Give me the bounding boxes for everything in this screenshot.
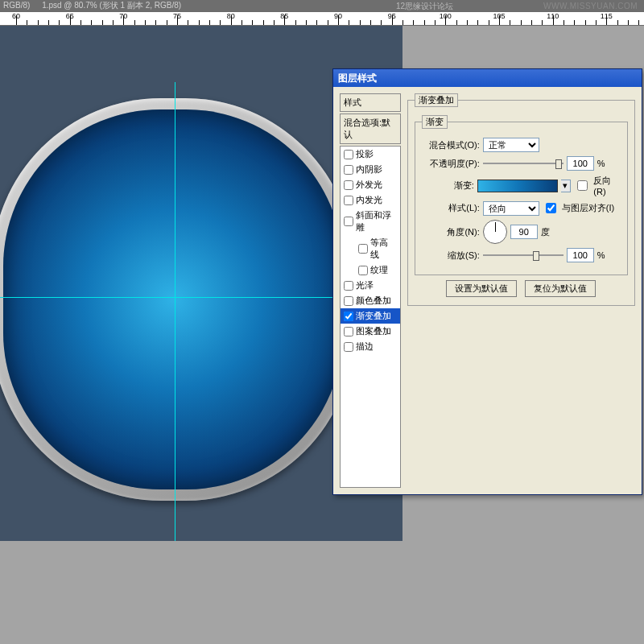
style-checkbox[interactable] [344,342,353,352]
scale-unit: % [597,250,605,260]
inner-title: 渐变 [422,115,448,129]
ruler-label: 85 [280,12,288,20]
angle-label: 角度(N): [422,226,480,238]
angle-input[interactable] [510,225,538,239]
scale-label: 缩放(S): [422,250,480,262]
dialog-titlebar[interactable]: 图层样式 [333,69,642,87]
style-item-label: 渐变叠加 [356,310,391,322]
opacity-input[interactable] [567,156,594,171]
style-item-11[interactable]: 描边 [341,339,400,354]
style-item-2[interactable]: 外发光 [341,177,400,192]
style-label: 样式(L): [422,202,480,214]
ruler-label: 90 [334,12,342,20]
style-item-label: 图案叠加 [356,325,391,337]
ruler-label: 70 [119,12,127,20]
style-item-7[interactable]: 光泽 [341,278,400,293]
style-item-4[interactable]: 斜面和浮雕 [341,208,400,235]
blend-mode-select[interactable]: 正常 [483,138,539,152]
scale-input[interactable] [567,248,594,262]
style-item-label: 内发光 [356,194,382,206]
reverse-label: 反向(R) [593,175,621,196]
layer-style-dialog: 图层样式 样式 混合选项:默认 投影内阴影外发光内发光斜面和浮雕等高线纹理光泽颜… [332,68,642,495]
style-item-label: 描边 [356,341,374,353]
tab-label[interactable]: 1.psd @ 80.7% (形状 1 副本 2, RGB/8) [42,1,181,10]
style-checkbox[interactable] [344,327,353,336]
style-item-label: 等高线 [370,237,397,261]
scale-slider[interactable] [483,250,564,261]
ruler-label: 100 [440,12,452,20]
opacity-slider[interactable] [483,158,564,169]
style-checkbox[interactable] [344,281,353,291]
gradient-inner-group: 渐变 混合模式(O): 正常 不透明度(P): % 渐变 [415,115,628,275]
gradient-swatch[interactable] [477,180,558,192]
horizontal-ruler: 6065707580859095100105110115 [0,11,644,26]
styles-header[interactable]: 样式 [340,93,401,112]
style-item-label: 光泽 [356,279,374,291]
align-label: 与图层对齐(I) [562,202,614,214]
style-checkbox[interactable] [358,266,368,275]
style-item-label: 颜色叠加 [356,295,391,307]
style-item-10[interactable]: 图案叠加 [341,324,400,339]
opacity-unit: % [597,159,605,168]
ruler-label: 75 [173,12,181,20]
style-item-3[interactable]: 内发光 [341,192,400,208]
group-title: 渐变叠加 [415,93,458,107]
style-checkbox[interactable] [344,180,353,190]
angle-dial[interactable] [483,220,507,244]
style-checkbox[interactable] [358,244,368,254]
style-select[interactable]: 径向 [483,201,539,216]
angle-unit: 度 [541,226,550,238]
style-checkbox[interactable] [344,296,353,306]
ruler-label: 80 [227,12,235,20]
opacity-label: 不透明度(P): [422,158,480,170]
style-item-5[interactable]: 等高线 [341,235,400,262]
style-checkbox[interactable] [344,165,353,175]
style-item-8[interactable]: 颜色叠加 [341,293,400,308]
style-item-label: 纹理 [370,264,388,276]
style-item-label: 投影 [356,148,374,160]
style-item-label: 内阴影 [356,163,382,175]
ruler-label: 110 [547,12,559,20]
style-item-9[interactable]: 渐变叠加 [341,308,400,324]
gradient-overlay-group: 渐变叠加 渐变 混合模式(O): 正常 不透明度(P): % [407,93,635,306]
blue-gradient-shape[interactable] [0,98,354,501]
style-item-6[interactable]: 纹理 [341,262,400,278]
style-checkbox[interactable] [344,196,353,205]
set-default-button[interactable]: 设置为默认值 [446,280,517,297]
align-checkbox[interactable] [546,203,556,213]
ruler-label: 60 [12,12,20,20]
ruler-label: 115 [601,12,613,20]
style-checkbox[interactable] [344,312,353,321]
ruler-label: 65 [66,12,74,20]
gradient-label: 渐变: [422,180,474,192]
blend-mode-label: 混合模式(O): [422,139,480,151]
reverse-checkbox[interactable] [577,180,588,191]
watermark: WWW.MISSYUAN.COM [543,2,638,10]
style-checkbox[interactable] [344,150,353,159]
style-item-label: 外发光 [356,179,382,191]
style-item-1[interactable]: 内阴影 [341,162,400,177]
watermark-cn: 12思缘设计论坛 [396,1,453,11]
chevron-down-icon[interactable]: ▾ [561,180,572,192]
ruler-label: 95 [388,12,396,20]
tab-label[interactable]: RGB/8) [3,1,30,10]
styles-list: 投影内阴影外发光内发光斜面和浮雕等高线纹理光泽颜色叠加渐变叠加图案叠加描边 [340,146,401,488]
blend-header[interactable]: 混合选项:默认 [340,114,401,144]
style-item-label: 斜面和浮雕 [356,209,397,233]
style-checkbox[interactable] [344,217,353,226]
style-item-0[interactable]: 投影 [341,147,400,162]
reset-default-button[interactable]: 复位为默认值 [525,280,596,297]
dialog-title: 图层样式 [338,72,377,85]
ruler-label: 105 [493,12,505,20]
